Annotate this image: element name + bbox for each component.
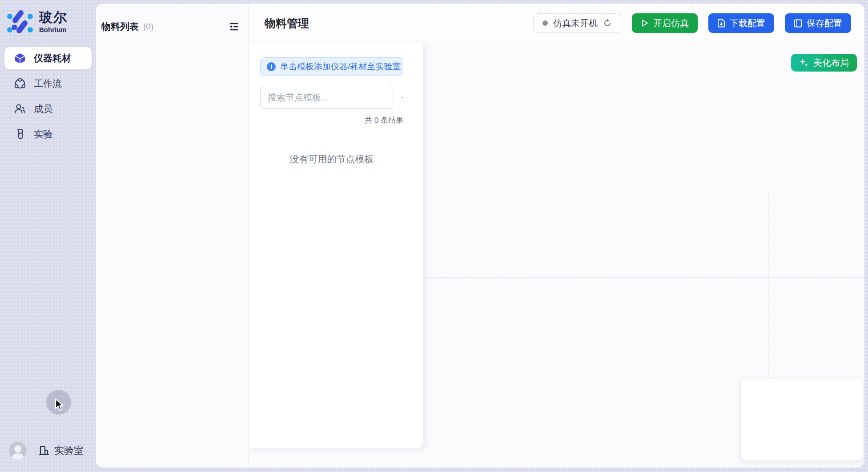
members-icon (14, 103, 26, 115)
simulation-status-label: 仿真未开机 (553, 17, 598, 29)
sidebar-item-label: 工作流 (34, 77, 62, 90)
download-config-button[interactable]: 下载配置 (708, 13, 774, 33)
material-list-count: (0) (143, 22, 153, 32)
page-title: 物料管理 (265, 16, 309, 31)
beautify-layout-label: 美化布局 (813, 57, 849, 69)
sidebar-nav: 仪器耗材 工作流 成员 实验 (4, 47, 92, 145)
user-avatar[interactable] (9, 442, 27, 460)
main-card: 物料列表 (0) 物料管理 仿真未开机 开启 (96, 4, 864, 468)
sparkles-icon (799, 58, 809, 68)
sidebar-item-members[interactable]: 成员 (4, 98, 92, 120)
sidebar-item-workflow[interactable]: 工作流 (4, 72, 92, 95)
sidebar: 玻尔 Bohrium 仪器耗材 工作流 (0, 0, 96, 472)
brand-name: 玻尔 (39, 11, 68, 24)
brand-subtitle: Bohrium (39, 26, 68, 33)
template-search-input[interactable] (260, 86, 393, 109)
material-list-panel: 物料列表 (0) (96, 4, 249, 468)
simulation-status-pill[interactable]: 仿真未开机 (533, 13, 621, 33)
page-header: 物料管理 仿真未开机 开启仿真 下载配置 (249, 4, 864, 43)
sidebar-item-label: 仪器耗材 (34, 52, 71, 64)
status-dot-icon (542, 20, 548, 26)
play-icon (641, 19, 649, 27)
indent-collapse-icon[interactable] (229, 22, 239, 32)
refresh-icon[interactable] (603, 19, 612, 28)
sidebar-item-label: 实验 (34, 128, 52, 140)
save-icon (794, 19, 802, 28)
chevron-down-icon[interactable] (401, 92, 403, 102)
download-config-label: 下载配置 (730, 17, 765, 29)
template-hint-banner: i 单击模板添加仪器/耗材至实验室 (260, 57, 403, 76)
experiment-icon (14, 128, 26, 140)
save-config-button[interactable]: 保存配置 (785, 13, 851, 33)
building-icon (38, 445, 50, 456)
material-list-header: 物料列表 (0) (96, 4, 249, 33)
sidebar-item-experiments[interactable]: 实验 (4, 123, 92, 145)
node-template-panel: i 单击模板添加仪器/耗材至实验室 共 0 条结果 没有可用的节点模板 (249, 43, 423, 448)
empty-template-message: 没有可用的节点模板 (260, 153, 403, 165)
cube-icon (14, 52, 26, 64)
file-download-icon (717, 19, 725, 28)
info-icon: i (267, 62, 276, 71)
workflow-icon (14, 78, 26, 89)
lab-entry-label: 实验室 (54, 444, 84, 457)
sidebar-item-instruments[interactable]: 仪器耗材 (4, 47, 92, 69)
start-simulation-label: 开启仿真 (653, 17, 689, 29)
sidebar-item-label: 成员 (34, 103, 52, 115)
search-result-count: 共 0 条结果 (260, 115, 403, 125)
lab-entry[interactable]: 实验室 (38, 444, 84, 457)
beautify-layout-button[interactable]: 美化布局 (791, 54, 857, 72)
sidebar-footer: 实验室 (9, 442, 84, 460)
bohrium-logo-icon (6, 9, 34, 35)
save-config-label: 保存配置 (807, 17, 842, 29)
minimap[interactable] (740, 379, 863, 461)
template-hint-text: 单击模板添加仪器/耗材至实验室 (280, 61, 401, 72)
brand-logo: 玻尔 Bohrium (6, 9, 68, 35)
start-simulation-button[interactable]: 开启仿真 (632, 13, 698, 33)
material-list-title: 物料列表 (101, 20, 139, 33)
